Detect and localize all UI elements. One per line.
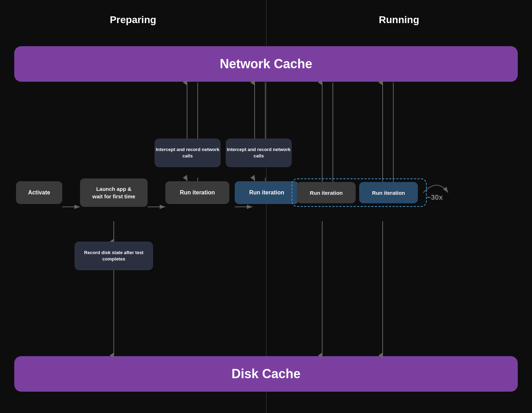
running-header: Running: [266, 14, 532, 26]
run-iteration-3-node[interactable]: Run iteration: [297, 182, 356, 203]
network-cache-bar: Network Cache: [14, 46, 518, 82]
launch-app-node[interactable]: Launch app &wait for first time: [80, 178, 148, 207]
loop-label: ~30x: [427, 193, 443, 202]
disk-cache-label: Disk Cache: [232, 366, 300, 381]
main-container: Preparing Running Network Cache Disk Cac…: [0, 0, 532, 413]
run-iteration-1-node[interactable]: Run iteration: [165, 181, 229, 204]
run-iteration-4-node[interactable]: Run iteration: [359, 182, 418, 203]
activate-node[interactable]: Activate: [16, 181, 62, 204]
network-cache-label: Network Cache: [220, 57, 312, 71]
intercept-2-node: Intercept and record network calls: [226, 139, 292, 167]
run-iteration-2-node[interactable]: Run iteration: [235, 181, 299, 204]
disk-cache-bar: Disk Cache: [14, 356, 518, 392]
preparing-header: Preparing: [0, 14, 266, 26]
intercept-1-node: Intercept and record network calls: [155, 139, 220, 167]
record-disk-node: Record disk state after test completes: [75, 242, 153, 270]
launch-app-label: Launch app &wait for first time: [92, 185, 135, 200]
